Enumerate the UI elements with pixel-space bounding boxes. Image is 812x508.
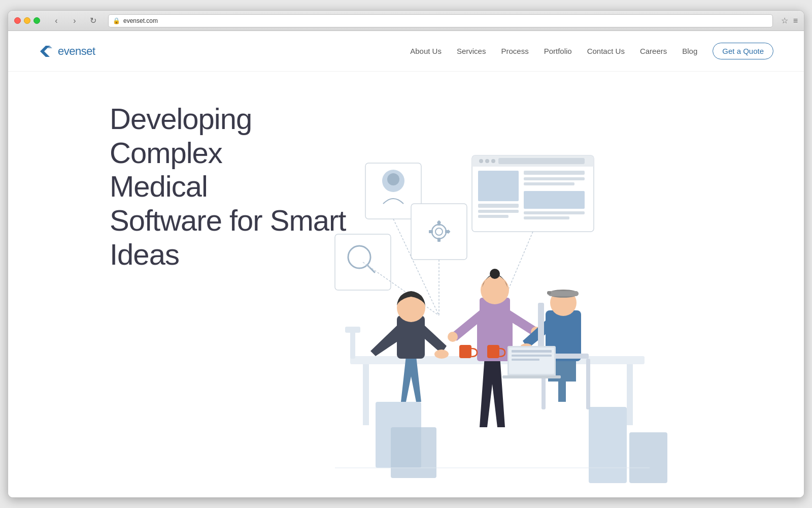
hero-title: Developing Complex Medical Software for … <box>110 102 363 271</box>
svg-point-20 <box>491 159 495 163</box>
logo-text: evenset <box>58 45 95 58</box>
svg-rect-22 <box>478 171 519 201</box>
svg-rect-24 <box>478 210 519 213</box>
svg-rect-23 <box>478 204 519 208</box>
browser-nav: ‹ › ↻ <box>49 14 100 28</box>
svg-rect-57 <box>586 359 590 409</box>
svg-rect-27 <box>524 177 585 180</box>
svg-rect-10 <box>437 238 441 242</box>
svg-rect-26 <box>524 171 585 175</box>
address-text: evenset.com <box>123 17 158 24</box>
svg-rect-28 <box>524 182 574 185</box>
svg-rect-63 <box>512 355 552 357</box>
svg-rect-30 <box>524 211 585 214</box>
nav-about-us[interactable]: About Us <box>410 47 442 55</box>
close-button[interactable] <box>14 17 21 24</box>
traffic-lights <box>14 17 40 24</box>
browser-titlebar: ‹ › ↻ 🔒 evenset.com ☆ ≡ <box>8 11 804 31</box>
svg-rect-40 <box>345 327 360 333</box>
navbar: evenset About Us Services Process Portfo… <box>8 31 804 72</box>
logo-icon <box>39 44 54 58</box>
svg-rect-65 <box>502 375 561 378</box>
get-quote-button[interactable]: Get a Quote <box>713 43 773 59</box>
menu-icon[interactable]: ≡ <box>793 16 798 25</box>
svg-rect-64 <box>512 359 539 361</box>
svg-rect-21 <box>498 158 585 164</box>
nav-careers[interactable]: Careers <box>640 47 667 55</box>
nav-links: About Us Services Process Portfolio Cont… <box>410 43 773 59</box>
svg-rect-25 <box>478 215 509 218</box>
svg-rect-66 <box>459 345 471 358</box>
svg-point-43 <box>434 350 449 359</box>
svg-rect-29 <box>524 191 585 209</box>
nav-blog[interactable]: Blog <box>682 47 697 55</box>
nav-services[interactable]: Services <box>457 47 486 55</box>
svg-point-48 <box>448 332 458 342</box>
nav-portfolio[interactable]: Portfolio <box>544 47 572 55</box>
svg-rect-38 <box>627 364 633 425</box>
svg-rect-39 <box>350 331 355 359</box>
svg-point-18 <box>479 159 483 163</box>
svg-point-2 <box>387 173 399 185</box>
svg-rect-53 <box>548 291 579 296</box>
maximize-button[interactable] <box>33 17 40 24</box>
svg-rect-31 <box>524 216 569 219</box>
svg-point-46 <box>481 276 509 304</box>
svg-rect-67 <box>487 345 499 358</box>
bookmark-icon[interactable]: ☆ <box>781 16 788 25</box>
svg-rect-54 <box>547 291 551 295</box>
lock-icon: 🔒 <box>113 17 120 24</box>
hero-section: Developing Complex Medical Software for … <box>8 72 804 498</box>
refresh-button[interactable]: ↻ <box>86 14 100 28</box>
nav-process[interactable]: Process <box>501 47 528 55</box>
svg-rect-69 <box>629 432 667 483</box>
svg-rect-37 <box>363 364 369 425</box>
svg-rect-71 <box>391 427 436 478</box>
svg-rect-62 <box>512 350 552 353</box>
logo[interactable]: evenset <box>39 44 95 58</box>
address-bar[interactable]: 🔒 evenset.com <box>108 14 773 27</box>
hero-text: Developing Complex Medical Software for … <box>110 102 363 271</box>
svg-rect-6 <box>411 204 467 260</box>
svg-point-47 <box>490 269 500 279</box>
back-button[interactable]: ‹ <box>49 14 63 28</box>
minimize-button[interactable] <box>24 17 30 24</box>
forward-button[interactable]: › <box>67 14 82 28</box>
svg-point-19 <box>485 159 489 163</box>
nav-contact-us[interactable]: Contact Us <box>587 47 625 55</box>
browser-window: ‹ › ↻ 🔒 evenset.com ☆ ≡ evenset About Us <box>8 10 804 498</box>
svg-rect-11 <box>429 230 433 233</box>
browser-actions: ☆ ≡ <box>781 16 798 25</box>
website-content: evenset About Us Services Process Portfo… <box>8 31 804 498</box>
svg-rect-68 <box>589 407 627 483</box>
